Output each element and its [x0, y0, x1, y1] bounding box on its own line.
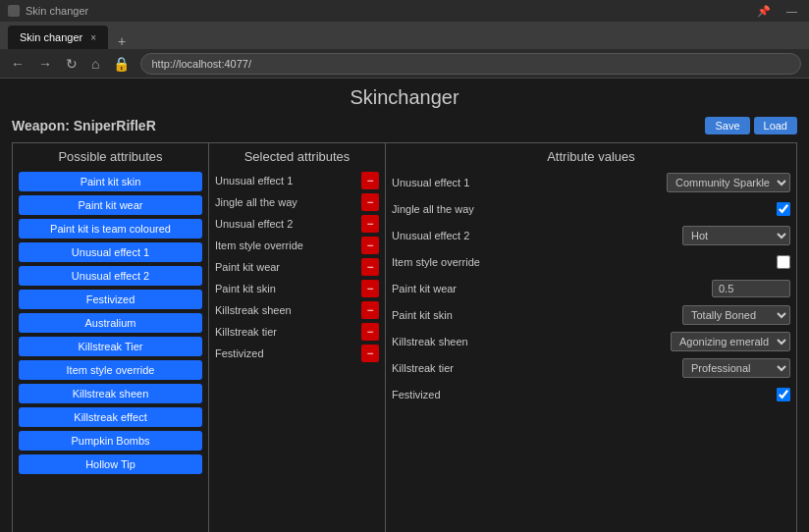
possible-attribute-button[interactable]: Paint kit wear: [19, 195, 202, 215]
attribute-value-select[interactable]: Agonizing emerald: [671, 332, 790, 351]
new-tab-button[interactable]: +: [112, 33, 132, 49]
attribute-value-label: Killstreak sheen: [392, 336, 591, 347]
possible-attribute-button[interactable]: Unusual effect 2: [19, 266, 202, 286]
possible-attribute-button[interactable]: Killstreak sheen: [19, 384, 202, 403]
possible-attribute-button[interactable]: Hollow Tip: [19, 454, 202, 474]
attribute-value-label: Paint kit wear: [392, 283, 591, 294]
selected-attributes-list: Unusual effect 1−Jingle all the way−Unus…: [215, 172, 379, 362]
weapon-label: Weapon: SniperRifleR: [12, 118, 156, 133]
attribute-value-row: Festivized: [392, 384, 790, 405]
attribute-value-row: Killstreak tierProfessional: [392, 357, 790, 379]
selected-attributes-header: Selected attributes: [215, 149, 379, 164]
attribute-value-checkbox[interactable]: [777, 255, 790, 269]
attribute-value-control: [591, 388, 790, 401]
selected-attribute-row: Unusual effect 2−: [215, 215, 379, 233]
attribute-values-list: Unusual effect 1Community SparkleJingle …: [392, 172, 790, 405]
attribute-value-control: [591, 280, 790, 297]
selected-attribute-label: Unusual effect 2: [215, 218, 361, 230]
remove-attribute-button[interactable]: −: [361, 172, 379, 189]
selected-attribute-label: Item style override: [215, 239, 361, 251]
possible-attribute-button[interactable]: Item style override: [19, 360, 202, 380]
tab-bar: Skin changer × +: [0, 22, 809, 49]
weapon-bar: Weapon: SniperRifleR Save Load: [12, 117, 797, 134]
possible-attribute-button[interactable]: Australium: [19, 313, 202, 333]
remove-attribute-button[interactable]: −: [361, 345, 379, 362]
pin-button[interactable]: 📌: [753, 5, 775, 18]
attribute-value-select[interactable]: Totally Boned: [682, 305, 790, 325]
possible-attributes-header: Possible attributes: [19, 149, 202, 164]
attribute-value-control: [591, 255, 790, 269]
tab-label: Skin changer: [20, 31, 82, 43]
attribute-value-control: Professional: [591, 358, 790, 378]
save-button[interactable]: Save: [705, 117, 749, 134]
selected-attribute-label: Festivized: [215, 347, 361, 359]
attribute-value-control: Totally Boned: [591, 305, 790, 325]
remove-attribute-button[interactable]: −: [361, 215, 379, 233]
attribute-value-row: Paint kit wear: [392, 278, 790, 299]
attribute-value-row: Killstreak sheenAgonizing emerald: [392, 331, 790, 352]
remove-attribute-button[interactable]: −: [361, 193, 379, 211]
attribute-value-label: Paint kit skin: [392, 309, 591, 321]
remove-attribute-button[interactable]: −: [361, 258, 379, 276]
possible-attribute-button[interactable]: Killstreak effect: [19, 407, 202, 427]
possible-attributes-list: Paint kit skinPaint kit wearPaint kit is…: [19, 172, 202, 474]
active-tab[interactable]: Skin changer ×: [8, 26, 108, 49]
attribute-value-input[interactable]: [712, 280, 790, 297]
attribute-value-label: Jingle all the way: [392, 203, 591, 215]
remove-attribute-button[interactable]: −: [361, 301, 379, 319]
minimize-button[interactable]: —: [782, 5, 801, 18]
selected-attribute-row: Festivized−: [215, 345, 379, 362]
selected-attribute-label: Killstreak sheen: [215, 304, 361, 316]
possible-attribute-button[interactable]: Paint kit skin: [19, 172, 202, 191]
attribute-value-label: Killstreak tier: [392, 362, 591, 374]
back-button[interactable]: ←: [8, 56, 27, 72]
reload-button[interactable]: ↻: [63, 56, 81, 72]
attribute-value-control: Agonizing emerald: [591, 332, 790, 351]
home-button[interactable]: ⌂: [88, 56, 102, 72]
attribute-value-control: Community Sparkle: [591, 173, 790, 192]
load-button[interactable]: Load: [754, 117, 797, 134]
attribute-value-select[interactable]: Community Sparkle: [667, 173, 790, 192]
main-content: Skinchanger Weapon: SniperRifleR Save Lo…: [0, 79, 809, 532]
attribute-value-row: Paint kit skinTotally Boned: [392, 304, 790, 326]
attribute-value-label: Unusual effect 2: [392, 230, 591, 241]
attribute-value-control: Hot: [591, 226, 790, 245]
address-bar: ← → ↻ ⌂ 🔒: [0, 49, 809, 79]
selected-attribute-label: Paint kit skin: [215, 283, 361, 294]
selected-attribute-label: Paint kit wear: [215, 261, 361, 273]
attribute-value-select[interactable]: Hot: [682, 226, 790, 245]
selected-attribute-row: Item style override−: [215, 237, 379, 254]
attribute-values-column: Attribute values Unusual effect 1Communi…: [386, 143, 796, 532]
possible-attributes-column: Possible attributes Paint kit skinPaint …: [13, 143, 209, 532]
forward-button[interactable]: →: [35, 56, 55, 72]
address-input[interactable]: [140, 53, 801, 75]
action-buttons: Save Load: [705, 117, 797, 134]
remove-attribute-button[interactable]: −: [361, 323, 379, 341]
selected-attribute-label: Jingle all the way: [215, 196, 361, 208]
remove-attribute-button[interactable]: −: [361, 237, 379, 254]
tab-close-button[interactable]: ×: [90, 32, 96, 43]
attribute-value-row: Jingle all the way: [392, 198, 790, 220]
possible-attribute-button[interactable]: Festivized: [19, 290, 202, 309]
attribute-value-checkbox[interactable]: [777, 202, 790, 216]
selected-attribute-label: Killstreak tier: [215, 326, 361, 338]
attribute-value-label: Unusual effect 1: [392, 177, 591, 188]
app-icon: [8, 5, 20, 17]
selected-attribute-row: Jingle all the way−: [215, 193, 379, 211]
attribute-value-label: Festivized: [392, 389, 591, 400]
selected-attribute-row: Killstreak tier−: [215, 323, 379, 341]
lock-icon: 🔒: [110, 56, 133, 72]
possible-attribute-button[interactable]: Unusual effect 1: [19, 242, 202, 262]
possible-attribute-button[interactable]: Killstreak Tier: [19, 337, 202, 356]
selected-attribute-row: Paint kit skin−: [215, 280, 379, 297]
attribute-value-checkbox[interactable]: [777, 388, 790, 401]
selected-attributes-column: Selected attributes Unusual effect 1−Jin…: [209, 143, 386, 532]
remove-attribute-button[interactable]: −: [361, 280, 379, 297]
attribute-value-select[interactable]: Professional: [682, 358, 790, 378]
possible-attribute-button[interactable]: Pumpkin Bombs: [19, 431, 202, 451]
page-title: Skinchanger: [12, 86, 797, 109]
title-bar-left: Skin changer: [8, 5, 88, 17]
selected-attribute-row: Paint kit wear−: [215, 258, 379, 276]
possible-attribute-button[interactable]: Paint kit is team coloured: [19, 219, 202, 239]
attribute-values-header: Attribute values: [392, 149, 790, 164]
